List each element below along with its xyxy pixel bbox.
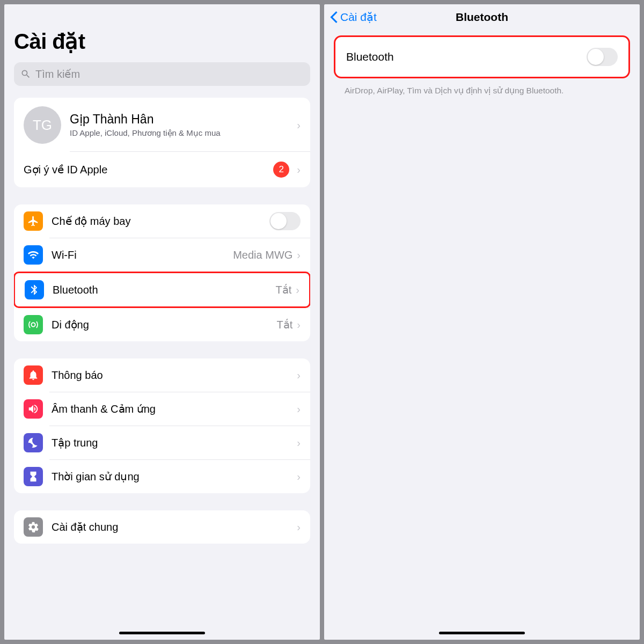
wifi-icon <box>24 245 43 265</box>
bluetooth-icon <box>25 280 44 299</box>
cellular-icon <box>24 315 43 334</box>
search-icon <box>20 69 31 79</box>
chevron-left-icon <box>330 11 338 23</box>
sounds-label: Âm thanh & Cảm ứng <box>52 402 297 415</box>
general-label: Cài đặt chung <box>52 521 297 533</box>
home-indicator[interactable] <box>439 632 525 634</box>
home-indicator[interactable] <box>119 632 205 634</box>
wifi-value: Media MWG <box>233 249 292 261</box>
avatar: TG <box>24 106 61 144</box>
notifications-row[interactable]: Thông báo › <box>14 358 310 392</box>
screentime-label: Thời gian sử dụng <box>52 470 297 483</box>
general-card: Cài đặt chung › <box>14 510 310 544</box>
general-row[interactable]: Cài đặt chung › <box>14 510 310 544</box>
back-label: Cài đặt <box>340 11 377 24</box>
chevron-right-icon: › <box>296 284 299 296</box>
bluetooth-toggle-row[interactable]: Bluetooth <box>334 35 630 78</box>
focus-icon <box>24 433 43 452</box>
general-icon <box>24 517 43 537</box>
chevron-right-icon: › <box>297 403 301 415</box>
airplane-label: Chế độ máy bay <box>52 215 269 228</box>
bluetooth-row[interactable]: Bluetooth Tắt › <box>14 272 310 308</box>
wifi-row[interactable]: Wi-Fi Media MWG › <box>14 238 310 272</box>
page-title: Cài đặt <box>14 29 310 54</box>
airplane-mode-row[interactable]: Chế độ máy bay <box>14 204 310 238</box>
chevron-right-icon: › <box>297 164 301 176</box>
apple-id-suggestions-row[interactable]: Gợi ý về ID Apple 2 › <box>14 152 310 187</box>
search-placeholder: Tìm kiếm <box>35 68 80 80</box>
back-button[interactable]: Cài đặt <box>330 11 377 24</box>
cellular-value: Tắt <box>277 318 293 331</box>
profile-subtitle: ID Apple, iCloud, Phương tiện & Mục mua <box>70 128 297 138</box>
notifications-label: Thông báo <box>52 369 297 382</box>
airplane-toggle[interactable] <box>269 212 301 230</box>
network-card: Chế độ máy bay Wi-Fi Media MWG › Bluetoo… <box>14 204 310 341</box>
chevron-right-icon: › <box>297 471 301 483</box>
nav-title: Bluetooth <box>456 11 508 24</box>
screentime-row[interactable]: Thời gian sử dụng › <box>14 460 310 493</box>
bluetooth-detail-panel: Cài đặt Bluetooth Bluetooth AirDrop, Air… <box>324 4 640 640</box>
chevron-right-icon: › <box>297 521 301 533</box>
focus-label: Tập trung <box>52 436 297 449</box>
chevron-right-icon: › <box>297 369 301 382</box>
chevron-right-icon: › <box>297 437 301 449</box>
search-input[interactable]: Tìm kiếm <box>14 62 310 86</box>
notifications-icon <box>24 365 43 385</box>
nav-bar: Cài đặt Bluetooth <box>324 4 640 27</box>
profile-row[interactable]: TG Gịp Thành Hân ID Apple, iCloud, Phươn… <box>14 98 310 151</box>
attention-card: Thông báo › Âm thanh & Cảm ứng › Tập tru… <box>14 358 310 493</box>
chevron-right-icon: › <box>297 249 301 261</box>
airplane-icon <box>24 211 43 231</box>
sounds-row[interactable]: Âm thanh & Cảm ứng › <box>14 392 310 426</box>
cellular-label: Di động <box>52 318 277 331</box>
profile-name: Gịp Thành Hân <box>70 112 297 127</box>
bluetooth-footer-text: AirDrop, AirPlay, Tìm và Dịch vụ định vị… <box>334 78 630 97</box>
bluetooth-toggle[interactable] <box>587 48 618 66</box>
apple-id-suggest-label: Gợi ý về ID Apple <box>24 163 273 176</box>
wifi-label: Wi-Fi <box>52 249 233 261</box>
chevron-right-icon: › <box>297 319 301 331</box>
chevron-right-icon: › <box>297 119 301 131</box>
settings-main-panel: Cài đặt Tìm kiếm TG Gịp Thành Hân ID App… <box>4 4 320 640</box>
profile-card: TG Gịp Thành Hân ID Apple, iCloud, Phươn… <box>14 98 310 187</box>
bluetooth-label: Bluetooth <box>53 284 276 296</box>
bluetooth-toggle-label: Bluetooth <box>346 50 587 63</box>
badge-count: 2 <box>273 162 289 178</box>
cellular-row[interactable]: Di động Tắt › <box>14 308 310 341</box>
screentime-icon <box>24 467 43 486</box>
focus-row[interactable]: Tập trung › <box>14 426 310 459</box>
bluetooth-value: Tắt <box>276 283 292 296</box>
sounds-icon <box>24 399 43 419</box>
